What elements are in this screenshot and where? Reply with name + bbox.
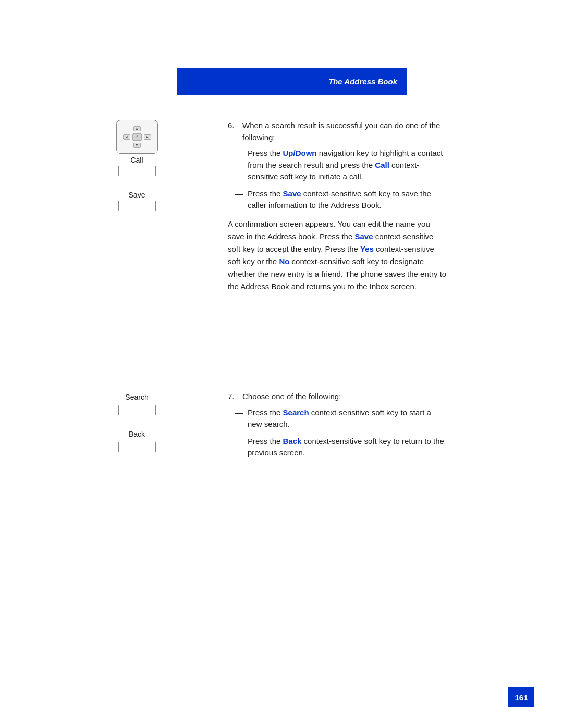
nav-down-arrow: ▼ xyxy=(133,143,141,148)
item-6-intro: When a search result is successful you c… xyxy=(242,120,447,143)
bullet-6-1: — Press the Up/Down navigation key to hi… xyxy=(235,147,447,183)
bullet-list-6: — Press the Up/Down navigation key to hi… xyxy=(235,147,447,212)
item-7-header: 7. Choose one of the following: xyxy=(228,391,447,403)
page-number-box: 161 xyxy=(508,687,534,707)
bullet-6-2: — Press the Save context-sensitive soft … xyxy=(235,188,447,212)
header-bar: The Address Book xyxy=(177,68,407,95)
dash-icon-1: — xyxy=(235,147,243,183)
bullet-6-1-text: Press the Up/Down navigation key to high… xyxy=(248,147,447,183)
center-button-icon: ↵ xyxy=(132,133,142,141)
yes-link: Yes xyxy=(360,244,374,253)
bullet-list-7: — Press the Search context-sensitive sof… xyxy=(235,407,447,459)
down-arrow-icon: ▼ xyxy=(133,143,141,148)
numbered-item-7: 7. Choose one of the following: — Press … xyxy=(228,391,447,459)
up-arrow-icon: ▲ xyxy=(133,126,141,131)
dash-icon-4: — xyxy=(235,436,243,459)
bullet-6-2-text: Press the Save context-sensitive soft ke… xyxy=(248,188,447,212)
item-6-number: 6. xyxy=(228,120,238,143)
no-link: No xyxy=(279,257,289,266)
page-number: 161 xyxy=(515,693,528,702)
item-7-intro: Choose one of the following: xyxy=(242,391,341,403)
dash-icon-3: — xyxy=(235,407,243,430)
back-label: Back xyxy=(129,430,145,438)
numbered-item-6: 6. When a search result is successful yo… xyxy=(228,120,447,293)
search-link: Search xyxy=(283,408,309,417)
back-link: Back xyxy=(283,437,302,446)
bullet-7-2-text: Press the Back context-sensitive soft ke… xyxy=(248,436,447,459)
updown-link: Up/Down xyxy=(283,149,317,157)
dash-icon-2: — xyxy=(235,188,243,212)
section-7-content: 7. Choose one of the following: — Press … xyxy=(228,391,447,465)
save-link-2: Save xyxy=(354,232,373,241)
save-link-1: Save xyxy=(283,189,301,198)
search-soft-key-box xyxy=(118,405,156,415)
search-label: Search xyxy=(125,393,148,401)
left-column-search-back: Search Back xyxy=(102,391,172,452)
item-6-header: 6. When a search result is successful yo… xyxy=(228,120,447,143)
phone-device-illustration: ▲ ◄ ↵ ► ▼ xyxy=(116,120,158,154)
left-arrow-icon: ◄ xyxy=(123,134,130,140)
save-soft-key-box xyxy=(118,201,156,211)
header-title: The Address Book xyxy=(328,77,397,86)
call-soft-key-box xyxy=(118,166,156,176)
confirmation-block: A confirmation screen appears. You can e… xyxy=(228,218,447,293)
call-link: Call xyxy=(375,161,389,169)
item-7-number: 7. xyxy=(228,391,238,403)
nav-up-arrow: ▲ xyxy=(133,126,141,131)
nav-middle-row: ◄ ↵ ► xyxy=(123,133,151,141)
bullet-7-1: — Press the Search context-sensitive sof… xyxy=(235,407,447,430)
section-6-content: 6. When a search result is successful yo… xyxy=(228,120,447,305)
save-label: Save xyxy=(129,191,145,199)
back-soft-key-box xyxy=(118,442,156,452)
bullet-7-1-text: Press the Search context-sensitive soft … xyxy=(248,407,447,430)
bullet-7-2: — Press the Back context-sensitive soft … xyxy=(235,436,447,459)
call-label: Call xyxy=(130,156,143,164)
left-column-call-save: ▲ ◄ ↵ ► ▼ Call Save xyxy=(102,120,172,211)
right-arrow-icon: ► xyxy=(144,134,151,140)
